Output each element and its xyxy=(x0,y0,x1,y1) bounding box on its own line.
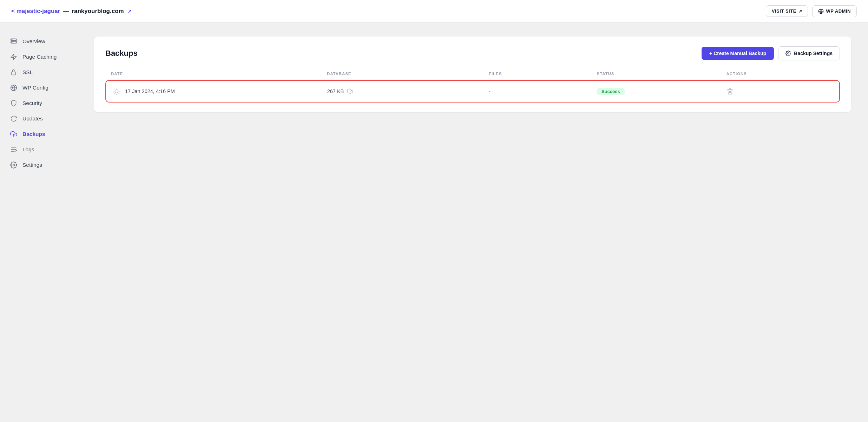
backup-date: 17 Jan 2024, 4:16 PM xyxy=(125,88,175,94)
sidebar-item-ssl[interactable]: SSL xyxy=(0,65,77,80)
svg-point-11 xyxy=(13,164,15,166)
sidebar-label-settings: Settings xyxy=(22,162,42,168)
visit-site-label: VISIT SITE xyxy=(772,8,796,14)
sidebar-label-security: Security xyxy=(22,100,42,106)
sidebar-item-updates[interactable]: Updates xyxy=(0,111,77,126)
shield-icon xyxy=(10,99,18,107)
status-badge: Success xyxy=(597,88,625,95)
server-icon xyxy=(10,38,18,45)
header-left: < majestic-jaguar — rankyourblog.com ↗ xyxy=(11,8,132,15)
svg-point-3 xyxy=(12,39,12,40)
sidebar-item-logs[interactable]: Logs xyxy=(0,142,77,157)
content-area: Backups + Create Manual Backup Backup Se… xyxy=(77,22,868,422)
database-size: 267 KB xyxy=(327,88,344,94)
create-backup-label: + Create Manual Backup xyxy=(709,51,766,56)
wp-admin-button[interactable]: WP ADMIN xyxy=(812,5,857,17)
card-actions: + Create Manual Backup Backup Settings xyxy=(702,46,840,60)
col-date: DATE xyxy=(111,72,327,76)
main-layout: Overview Page Caching SSL xyxy=(0,22,868,422)
cell-date: 17 Jan 2024, 4:16 PM xyxy=(112,86,327,96)
cloud-upload-icon xyxy=(10,130,18,138)
sidebar-item-settings[interactable]: Settings xyxy=(0,157,77,173)
sidebar-label-page-caching: Page Caching xyxy=(22,54,57,60)
col-actions: ACTIONS xyxy=(726,72,834,76)
delete-button[interactable] xyxy=(726,87,734,95)
col-database: DATABASE xyxy=(327,72,489,76)
sidebar-item-overview[interactable]: Overview xyxy=(0,34,77,49)
sidebar-label-wp-config: WP Config xyxy=(22,85,48,91)
sidebar-label-logs: Logs xyxy=(22,146,34,153)
refresh-icon xyxy=(10,115,18,123)
table-header: DATE DATABASE FILES STATUS ACTIONS xyxy=(105,69,840,79)
sidebar-label-updates: Updates xyxy=(22,116,43,122)
sidebar-item-wp-config[interactable]: WP Config xyxy=(0,80,77,95)
svg-point-12 xyxy=(788,53,789,54)
svg-point-13 xyxy=(115,90,118,93)
sidebar-label-ssl: SSL xyxy=(22,69,33,75)
wp-admin-label: WP ADMIN xyxy=(826,8,851,14)
site-name: rankyourblog.com xyxy=(72,8,124,15)
cloud-download-icon[interactable] xyxy=(347,88,354,95)
col-files: FILES xyxy=(489,72,597,76)
backup-settings-label: Backup Settings xyxy=(794,51,833,56)
card-header: Backups + Create Manual Backup Backup Se… xyxy=(105,46,840,60)
visit-site-button[interactable]: VISIT SITE ↗ xyxy=(766,5,808,17)
svg-point-4 xyxy=(12,42,12,43)
settings-icon xyxy=(10,161,18,169)
backup-settings-button[interactable]: Backup Settings xyxy=(778,46,840,60)
lock-icon xyxy=(10,68,18,76)
lightning-icon xyxy=(10,53,18,61)
files-value: - xyxy=(489,88,491,94)
sidebar-label-backups: Backups xyxy=(22,131,45,137)
sidebar-item-backups[interactable]: Backups xyxy=(0,126,77,142)
gear-icon xyxy=(785,51,791,56)
svg-line-16 xyxy=(114,89,114,89)
svg-line-20 xyxy=(114,93,114,94)
backups-card: Backups + Create Manual Backup Backup Se… xyxy=(94,37,851,112)
backup-type-icon xyxy=(112,86,121,96)
svg-line-17 xyxy=(119,93,119,94)
logs-icon xyxy=(10,146,18,153)
create-backup-button[interactable]: + Create Manual Backup xyxy=(702,47,774,60)
external-link-icon[interactable]: ↗ xyxy=(127,8,132,14)
sidebar-item-page-caching[interactable]: Page Caching xyxy=(0,49,77,65)
cell-files: - xyxy=(489,88,597,94)
wordpress-icon xyxy=(818,8,824,14)
sidebar-item-security[interactable]: Security xyxy=(0,95,77,111)
page-title: Backups xyxy=(105,49,138,58)
table-row: 17 Jan 2024, 4:16 PM 267 KB - xyxy=(105,80,840,103)
header-right: VISIT SITE ↗ WP ADMIN xyxy=(766,5,857,17)
sidebar-label-overview: Overview xyxy=(22,38,45,45)
sidebar: Overview Page Caching SSL xyxy=(0,22,77,422)
cell-actions xyxy=(726,87,834,95)
col-status: STATUS xyxy=(597,72,726,76)
back-link[interactable]: < majestic-jaguar xyxy=(11,8,60,15)
wordpress-config-icon xyxy=(10,84,18,92)
cell-database: 267 KB xyxy=(327,88,489,95)
external-icon: ↗ xyxy=(798,9,802,14)
svg-line-21 xyxy=(119,89,119,89)
svg-rect-5 xyxy=(12,72,16,75)
header: < majestic-jaguar — rankyourblog.com ↗ V… xyxy=(0,0,868,22)
header-separator: — xyxy=(63,8,69,15)
cell-status: Success xyxy=(597,88,726,95)
